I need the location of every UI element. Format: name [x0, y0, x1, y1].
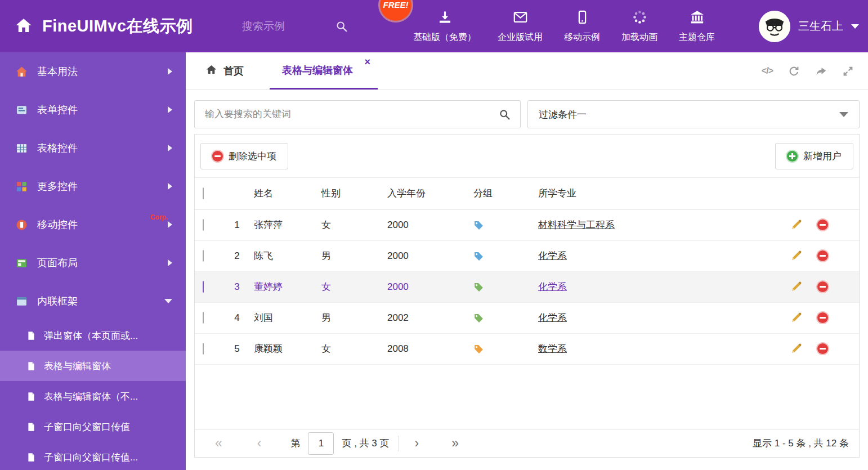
- major-link[interactable]: 化学系: [538, 312, 567, 323]
- search-icon[interactable]: [335, 20, 348, 33]
- data-table: 姓名 性别 入学年份 分组 所学专业 1 张萍萍 女 2000: [195, 178, 859, 365]
- major-link[interactable]: 数学系: [538, 343, 567, 354]
- nav-item-basic-edition[interactable]: FREE! 基础版（免费）: [402, 10, 487, 43]
- header-search-input[interactable]: [242, 20, 326, 33]
- cell-gender: 女: [321, 209, 387, 240]
- chevron-right-icon: [168, 183, 172, 190]
- delete-icon[interactable]: [817, 281, 828, 292]
- expand-icon[interactable]: [842, 65, 854, 77]
- delete-icon[interactable]: [817, 312, 828, 323]
- brand[interactable]: FineUIMvc在线示例: [15, 0, 193, 52]
- nav-label: 移动示例: [564, 32, 600, 43]
- file-icon: [26, 392, 36, 401]
- column-header-group: 分组: [473, 178, 538, 209]
- major-link[interactable]: 化学系: [538, 281, 567, 292]
- layout-icon: [16, 257, 28, 269]
- minus-circle-icon: [212, 151, 223, 162]
- row-checkbox[interactable]: [203, 250, 204, 262]
- close-icon[interactable]: ×: [364, 57, 370, 67]
- header-search: [242, 0, 348, 52]
- column-header-year: 入学年份: [387, 178, 473, 209]
- form-icon: [16, 104, 28, 116]
- search-icon[interactable]: [499, 109, 511, 120]
- sidebar-item-mobile-controls[interactable]: 移动控件 Corp.: [0, 205, 186, 244]
- first-page-icon[interactable]: «: [215, 437, 222, 450]
- last-page-icon[interactable]: »: [451, 437, 459, 450]
- cell-name: 董婷婷: [254, 271, 321, 302]
- row-index: 5: [220, 333, 254, 364]
- row-checkbox[interactable]: [203, 343, 204, 355]
- sidebar-subitem-popup-window[interactable]: 弹出窗体（本页面或...: [0, 320, 186, 351]
- table-row[interactable]: 4 刘国 男 2002 化学系: [195, 302, 859, 333]
- row-checkbox[interactable]: [203, 219, 204, 231]
- nav-item-mobile-demo[interactable]: 移动示例: [553, 10, 611, 43]
- sidebar-subitem-label: 子窗口向父窗口传值: [44, 420, 130, 433]
- nav-item-loading-animation[interactable]: 加载动画: [611, 10, 668, 43]
- refresh-icon[interactable]: [788, 65, 800, 77]
- table-row[interactable]: 1 张萍萍 女 2000 材料科学与工程系: [195, 209, 859, 240]
- tab-home[interactable]: 首页: [205, 52, 244, 89]
- row-index: 1: [220, 209, 254, 240]
- add-user-button[interactable]: 新增用户: [775, 143, 853, 169]
- table-row-selected[interactable]: 3 董婷婷 女 2000 化学系: [195, 271, 859, 302]
- cell-year: 2000: [387, 271, 473, 302]
- tab-grid-edit-window[interactable]: 表格与编辑窗体 ×: [270, 52, 378, 89]
- major-link[interactable]: 化学系: [538, 250, 567, 261]
- edit-icon[interactable]: [790, 312, 802, 324]
- tag-icon: [473, 344, 484, 355]
- button-label: 新增用户: [803, 150, 842, 163]
- app-title: FineUIMvc在线示例: [42, 15, 193, 38]
- source-code-icon[interactable]: </>: [762, 66, 773, 76]
- next-page-icon[interactable]: ›: [415, 437, 419, 450]
- sidebar-subitem-grid-edit-window-2[interactable]: 表格与编辑窗体（不...: [0, 381, 186, 411]
- row-checkbox[interactable]: [203, 312, 204, 324]
- cell-gender: 男: [321, 240, 387, 271]
- edit-icon[interactable]: [790, 281, 802, 293]
- home-icon: [15, 17, 33, 36]
- major-link[interactable]: 材料科学与工程系: [538, 220, 615, 230]
- edit-icon[interactable]: [790, 250, 802, 262]
- sidebar-item-basic-usage[interactable]: 基本用法: [0, 52, 186, 91]
- edit-icon[interactable]: [790, 219, 802, 231]
- file-icon: [26, 453, 36, 462]
- sidebar-item-page-layout[interactable]: 页面布局: [0, 244, 186, 282]
- sidebar-subitem-child-to-parent-2[interactable]: 子窗口向父窗口传值...: [0, 442, 186, 470]
- sidebar-item-inline-frame[interactable]: 内联框架: [0, 282, 186, 320]
- share-icon[interactable]: [815, 65, 827, 77]
- cell-year: 2000: [387, 240, 473, 271]
- table-row[interactable]: 5 康颖颖 女 2008 数学系: [195, 333, 859, 364]
- sidebar-subitem-child-to-parent[interactable]: 子窗口向父窗口传值: [0, 411, 186, 442]
- cell-name: 康颖颖: [254, 333, 321, 364]
- filter-dropdown[interactable]: 过滤条件一: [527, 100, 860, 128]
- delete-icon[interactable]: [817, 250, 828, 261]
- user-menu[interactable]: 三生石上: [759, 0, 859, 52]
- column-header-gender: 性别: [321, 178, 387, 209]
- prev-page-icon[interactable]: ‹: [257, 437, 262, 450]
- tab-label: 首页: [223, 64, 244, 78]
- cell-name: 陈飞: [254, 240, 321, 271]
- select-all-checkbox[interactable]: [203, 187, 204, 199]
- delete-selected-button[interactable]: 删除选中项: [200, 143, 288, 169]
- spinner-icon: [632, 10, 647, 27]
- nav-item-theme-store[interactable]: 主题仓库: [668, 10, 726, 43]
- delete-icon[interactable]: [817, 343, 828, 354]
- chevron-down-icon: [851, 24, 859, 29]
- delete-icon[interactable]: [817, 220, 828, 230]
- row-checkbox[interactable]: [203, 281, 204, 293]
- keyword-search-input[interactable]: [195, 101, 499, 128]
- sidebar-item-label: 基本用法: [37, 65, 168, 78]
- cell-year: 2002: [387, 302, 473, 333]
- chevron-right-icon: [168, 259, 172, 266]
- sidebar-item-form-controls[interactable]: 表单控件: [0, 91, 186, 129]
- page-number-input[interactable]: [308, 432, 334, 455]
- edit-icon[interactable]: [790, 343, 802, 355]
- nav-label: 加载动画: [621, 32, 657, 43]
- sidebar-item-grid-controls[interactable]: 表格控件: [0, 129, 186, 167]
- sidebar-subitem-grid-edit-window[interactable]: 表格与编辑窗体: [0, 351, 186, 381]
- sidebar-item-more-controls[interactable]: 更多控件: [0, 167, 186, 205]
- page-prefix-label: 第: [290, 437, 300, 450]
- user-name: 三生石上: [798, 19, 843, 34]
- table-row[interactable]: 2 陈飞 男 2000 化学系: [195, 240, 859, 271]
- blocks-icon: [16, 181, 28, 193]
- nav-item-enterprise-trial[interactable]: 企业版试用: [487, 10, 553, 43]
